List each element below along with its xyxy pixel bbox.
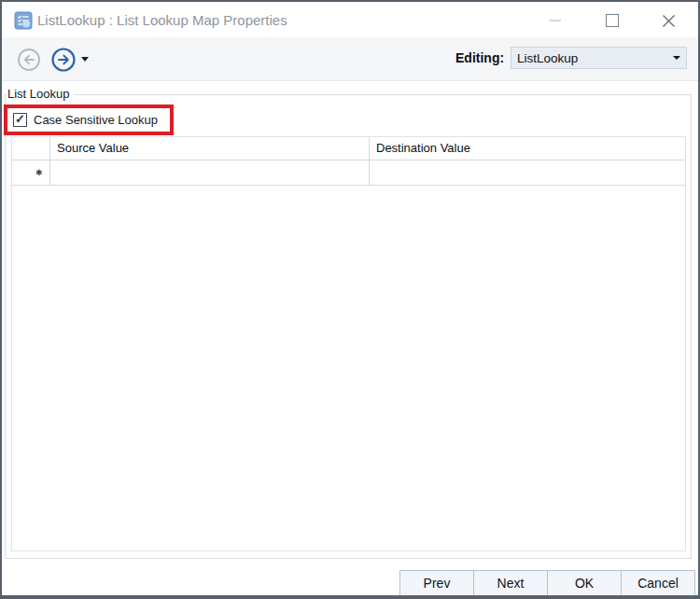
forward-dropdown-caret-icon[interactable] xyxy=(81,57,89,62)
ok-button[interactable]: OK xyxy=(547,570,622,596)
titlebar: ListLookup : List Lookup Map Properties xyxy=(2,2,698,37)
close-button[interactable] xyxy=(650,7,687,34)
grid-header-row: Source Value Destination Value xyxy=(12,137,685,160)
cancel-button[interactable]: Cancel xyxy=(621,570,695,596)
toolbar: Editing: ListLookup xyxy=(2,37,698,81)
combobox-dropdown-icon[interactable] xyxy=(667,48,686,68)
footer-button-bar: Prev Next OK Cancel xyxy=(399,570,695,596)
lookup-map-grid: Source Value Destination Value ✱ xyxy=(11,136,686,551)
back-button[interactable] xyxy=(17,48,41,72)
minimize-button[interactable] xyxy=(537,7,574,34)
annotation-highlight-red: ✓ Case Sensitive Lookup xyxy=(4,104,174,135)
column-header-destination-value[interactable]: Destination Value xyxy=(370,137,685,160)
groupbox-label: List Lookup xyxy=(7,87,74,101)
list-lookup-app-icon xyxy=(14,11,33,30)
prev-button[interactable]: Prev xyxy=(399,570,474,596)
next-button[interactable]: Next xyxy=(473,570,548,596)
column-header-source-value[interactable]: Source Value xyxy=(50,137,370,160)
new-row-indicator-icon: ✱ xyxy=(12,169,43,177)
window-title: ListLookup : List Lookup Map Properties xyxy=(37,12,287,28)
minimize-icon xyxy=(550,20,561,21)
list-lookup-dialog: ListLookup : List Lookup Map Properties … xyxy=(0,0,700,599)
editing-combobox[interactable]: ListLookup xyxy=(511,47,687,69)
close-icon xyxy=(662,14,676,28)
maximize-button[interactable] xyxy=(594,7,631,34)
editing-label: Editing: xyxy=(455,50,504,65)
row-header-cell[interactable]: ✱ xyxy=(12,160,50,185)
case-sensitive-checkbox[interactable]: ✓ xyxy=(13,113,27,127)
grid-corner-header-cell[interactable] xyxy=(12,137,50,160)
destination-value-cell[interactable] xyxy=(370,160,685,185)
grid-new-row: ✱ xyxy=(12,160,685,186)
checkmark-icon: ✓ xyxy=(15,113,25,125)
case-sensitive-checkbox-label: Case Sensitive Lookup xyxy=(34,113,158,127)
forward-button[interactable] xyxy=(50,47,77,73)
editing-combobox-value: ListLookup xyxy=(511,51,667,65)
maximize-icon xyxy=(606,14,619,27)
source-value-cell[interactable] xyxy=(50,160,370,185)
